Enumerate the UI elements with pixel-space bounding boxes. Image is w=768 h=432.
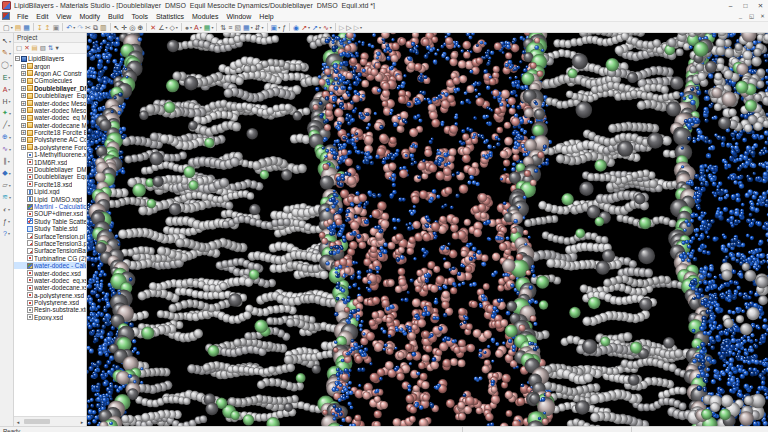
tree-item[interactable]: +Forcite18 Forcite Ener [14, 129, 86, 136]
tree-item[interactable]: Turbinafine CG (2).xsc [14, 255, 86, 262]
child-minimize-button[interactable]: _ [735, 12, 746, 21]
table-button[interactable]: ▦▾ [242, 23, 254, 32]
tree-item[interactable]: +water-dodec Mesocite [14, 107, 86, 114]
menu-edit[interactable]: Edit [32, 13, 52, 20]
child-restore-button[interactable]: ◱ [746, 12, 757, 21]
tree-item[interactable]: Epoxy.xsd [14, 314, 86, 321]
crystal-tool[interactable]: ◆▾ [2, 167, 10, 179]
calculation-button[interactable]: ▣▾ [270, 23, 282, 32]
child-close-button[interactable]: ✕ [757, 12, 768, 21]
menu-build[interactable]: Build [104, 13, 128, 20]
mesostructure-tool[interactable]: ◐▾ [3, 203, 10, 215]
polymer-tool[interactable]: ∿▾ [2, 143, 11, 155]
sort-az-button[interactable]: ⇵▾ [254, 23, 265, 32]
tree-item[interactable]: Lipid.xgd [14, 188, 86, 195]
scroll-right-icon[interactable]: ▸ [78, 419, 86, 425]
center-tool[interactable]: ⊕▾ [2, 131, 11, 143]
select-tool[interactable]: ↖▾ [2, 35, 11, 47]
new-button[interactable]: ▢▾ [2, 23, 14, 32]
scroll-left-icon[interactable]: ◂ [14, 419, 22, 425]
tree-item[interactable]: SOUP+dimer.xsd [14, 210, 86, 217]
fit-view-button[interactable]: ⊕ [136, 23, 144, 32]
orientation-button[interactable]: ◇▾ [168, 23, 178, 32]
menu-statistics[interactable]: Statistics [152, 13, 188, 20]
chart-button[interactable]: ∿▾ [322, 23, 333, 32]
menu-file[interactable]: File [13, 13, 32, 20]
tree-item[interactable]: Polystyrene.xsd [14, 299, 86, 306]
import-button[interactable]: ↧ [36, 23, 44, 32]
cut-button[interactable]: ✂ [84, 23, 92, 32]
select-button[interactable]: ↖ [113, 23, 121, 32]
script-tool[interactable]: ƒ▾ [3, 215, 10, 227]
scroll-track[interactable] [22, 418, 78, 425]
sort-button[interactable]: ⇅ [48, 44, 53, 52]
tree-item[interactable]: Study Table.std [14, 225, 86, 232]
save-button[interactable]: ▦ [22, 23, 31, 32]
menu-tools[interactable]: Tools [128, 13, 152, 20]
tree-item[interactable]: water-dodecane.xsd [14, 284, 86, 291]
zoom-button[interactable]: ◎ [128, 23, 136, 32]
expander-icon[interactable]: + [21, 71, 26, 76]
tree-item[interactable]: a-polystyrene.xsd [14, 292, 86, 299]
menu-window[interactable]: Window [222, 13, 255, 20]
redo-button[interactable]: ↷ [76, 23, 84, 32]
tree-item[interactable]: +a-polystyrene Forcite [14, 144, 86, 151]
tree-item[interactable]: Study Table Scatter.pl [14, 218, 86, 225]
tree-item[interactable]: Doublebilayer_Equil.x [14, 173, 86, 180]
tree-item[interactable]: Resin-substrate.xtd [14, 306, 86, 313]
tree-item[interactable]: 1DM6R.xsd [14, 158, 86, 165]
tree-item[interactable]: SurfaceTension.pl [14, 232, 86, 239]
animation-end-button[interactable]: ▷▾ [353, 23, 363, 32]
menu-view[interactable]: View [52, 13, 75, 20]
pan-button[interactable]: ✛ [120, 23, 128, 32]
adjust-hydrogen-tool[interactable]: H▾ [2, 95, 10, 107]
minimize-button[interactable]: – [723, 0, 738, 11]
tree-item[interactable]: Forcite18.xsd [14, 181, 86, 188]
copy-button[interactable]: ⧉ [92, 23, 99, 32]
tree-item[interactable]: +Argon AC Constr [14, 70, 86, 77]
expander-icon[interactable]: − [15, 56, 20, 61]
element-tool[interactable]: E▾ [3, 71, 11, 83]
menu-modules[interactable]: Modules [188, 13, 222, 20]
tree-item[interactable]: +water-dodec_eq Mes [14, 114, 86, 121]
tree-item[interactable]: water-dodec - Calcul [14, 262, 86, 269]
expander-icon[interactable]: + [21, 108, 26, 113]
print-button[interactable]: ▣ [52, 23, 61, 32]
display-style-button[interactable]: ●▾ [184, 23, 193, 32]
clean-tool[interactable]: ✦▾ [2, 107, 11, 119]
expander-icon[interactable]: + [21, 78, 26, 83]
delete-button[interactable]: ✕ [149, 23, 157, 32]
undo-button[interactable]: ↶▾ [65, 23, 76, 32]
function-button[interactable]: ƒ [281, 23, 287, 32]
tree-item[interactable]: water-dodec_eq.xsd [14, 277, 86, 284]
tree-item[interactable]: +Doublebilayer_Equil N [14, 92, 86, 99]
expander-icon[interactable]: + [21, 115, 26, 120]
tree-item[interactable]: SurfaceTensionBasic.p [14, 247, 86, 254]
properties-button[interactable]: ▧ [233, 23, 242, 32]
ring-tool[interactable]: ◯▾ [1, 59, 12, 71]
tree-item[interactable]: Doublebilayer_DMSO. [14, 166, 86, 173]
tree-item[interactable]: +Doublebilayer_DMSO [14, 85, 86, 92]
export-button[interactable]: ↥ [44, 23, 52, 32]
new-folder-button[interactable]: ▤ [32, 44, 38, 52]
help-tool[interactable]: ?▾ [3, 227, 10, 239]
view-dropdown[interactable]: ▾ [55, 44, 58, 52]
field-tool[interactable]: ≋▾ [2, 191, 11, 203]
expander-icon[interactable]: + [21, 145, 26, 150]
expander-icon[interactable]: + [21, 86, 26, 91]
label-button[interactable]: A▾ [193, 23, 203, 32]
maximize-button[interactable]: □ [738, 0, 753, 11]
label-tool[interactable]: A▾ [3, 83, 11, 95]
sketch-tool[interactable]: ✎▾ [2, 47, 11, 59]
expander-icon[interactable]: + [21, 64, 26, 69]
tree-item[interactable]: +argon [14, 62, 86, 69]
expander-icon[interactable]: + [21, 137, 26, 142]
properties-button[interactable]: ▧ [40, 44, 46, 52]
document-icon[interactable] [2, 12, 10, 20]
delete-button[interactable]: ✕ [24, 44, 29, 52]
nanostructure-tool[interactable]: ∥▾ [3, 155, 10, 167]
tree-item[interactable]: 1-Methylfluorene.xsd [14, 151, 86, 158]
project-hscrollbar[interactable]: ◂ ▸ [14, 416, 86, 426]
tree-item[interactable]: Martini - Calculation [14, 203, 86, 210]
animation-play-button[interactable]: ▷ [345, 23, 352, 32]
